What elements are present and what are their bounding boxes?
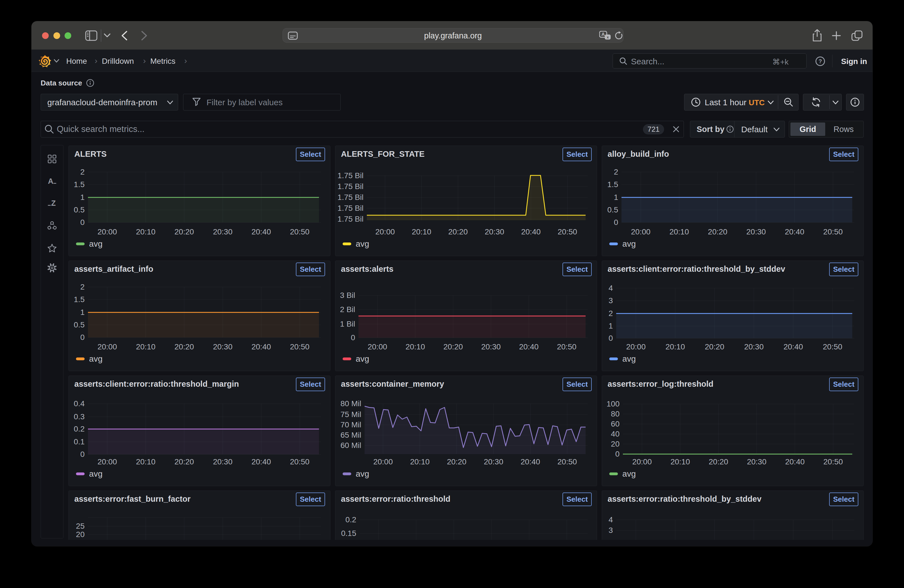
svg-text:20:10: 20:10 (136, 228, 155, 236)
svg-text:20: 20 (611, 439, 620, 448)
svg-text:20: 20 (76, 530, 85, 539)
svg-text:20:40: 20:40 (785, 457, 804, 466)
svg-text:20:00: 20:00 (97, 228, 117, 236)
svg-text:20:40: 20:40 (519, 343, 539, 351)
svg-text:avg: avg (89, 239, 103, 248)
svg-text:20:00: 20:00 (632, 457, 652, 466)
svg-text:60 Mil: 60 Mil (340, 441, 361, 450)
svg-text:0.3: 0.3 (74, 413, 85, 421)
svg-text:0: 0 (80, 450, 85, 458)
svg-text:20:30: 20:30 (484, 457, 503, 466)
svg-text:20:50: 20:50 (823, 343, 842, 351)
svg-text:0.5: 0.5 (74, 321, 85, 329)
svg-text:1.75 Bil: 1.75 Bil (338, 182, 363, 191)
svg-text:2 Bil: 2 Bil (340, 305, 355, 314)
svg-text:20:40: 20:40 (251, 457, 271, 466)
svg-text:avg: avg (622, 239, 636, 248)
svg-text:0.15: 0.15 (341, 529, 357, 537)
svg-text:20:20: 20:20 (174, 457, 194, 466)
svg-text:20:50: 20:50 (558, 228, 577, 236)
svg-text:20:20: 20:20 (174, 343, 194, 351)
svg-text:20:30: 20:30 (744, 343, 764, 351)
svg-text:avg: avg (89, 354, 103, 364)
svg-text:1: 1 (608, 322, 613, 330)
svg-text:avg: avg (356, 354, 369, 364)
svg-text:0: 0 (80, 218, 85, 227)
svg-text:avg: avg (622, 469, 636, 478)
svg-text:20:00: 20:00 (97, 343, 117, 351)
svg-text:20:40: 20:40 (251, 343, 271, 351)
svg-text:20:30: 20:30 (213, 228, 232, 236)
svg-text:2: 2 (614, 168, 618, 176)
svg-text:20:10: 20:10 (412, 228, 431, 236)
svg-text:20:20: 20:20 (705, 343, 724, 351)
svg-text:20:10: 20:10 (406, 343, 425, 351)
svg-text:20:00: 20:00 (375, 228, 395, 236)
svg-text:0: 0 (615, 450, 620, 458)
svg-text:20:40: 20:40 (521, 228, 541, 236)
svg-text:?: ? (819, 58, 822, 64)
svg-text:0: 0 (608, 334, 613, 343)
svg-text:0.5: 0.5 (607, 205, 618, 214)
svg-text:75 Mil: 75 Mil (340, 410, 361, 419)
svg-text:20:50: 20:50 (823, 457, 843, 466)
svg-text:20:10: 20:10 (136, 457, 155, 466)
svg-text:0.4: 0.4 (74, 399, 85, 408)
svg-text:20:10: 20:10 (136, 343, 155, 351)
svg-text:20:20: 20:20 (448, 228, 468, 236)
svg-text:A: A (601, 32, 605, 37)
svg-text:20:00: 20:00 (97, 457, 117, 466)
svg-text:60: 60 (611, 420, 620, 428)
svg-text:20:10: 20:10 (670, 457, 690, 466)
svg-text:1: 1 (80, 308, 85, 316)
svg-text:1.75 Bil: 1.75 Bil (338, 215, 363, 223)
svg-text:20:10: 20:10 (669, 228, 689, 236)
svg-text:x: x (607, 35, 609, 39)
svg-text:2: 2 (80, 283, 85, 291)
svg-text:20:30: 20:30 (213, 457, 232, 466)
svg-text:avg: avg (622, 354, 636, 364)
svg-text:Z: Z (51, 199, 56, 207)
svg-text:20:00: 20:00 (373, 457, 393, 466)
svg-text:1.75 Bil: 1.75 Bil (338, 171, 363, 180)
svg-text:avg: avg (356, 239, 369, 248)
svg-text:20:20: 20:20 (174, 228, 194, 236)
svg-text:avg: avg (89, 469, 103, 478)
svg-text:20:40: 20:40 (520, 457, 540, 466)
svg-text:1.5: 1.5 (607, 180, 618, 189)
svg-text:20:20: 20:20 (708, 228, 727, 236)
svg-text:4: 4 (608, 284, 613, 292)
svg-text:20:40: 20:40 (251, 228, 271, 236)
svg-text:A: A (48, 177, 54, 185)
svg-text:25: 25 (76, 522, 85, 530)
svg-text:1.5: 1.5 (74, 180, 85, 189)
svg-text:20:00: 20:00 (626, 343, 646, 351)
svg-text:40: 40 (611, 430, 620, 438)
svg-text:1: 1 (80, 193, 85, 202)
svg-text:20:50: 20:50 (823, 228, 843, 236)
svg-text:0: 0 (80, 333, 85, 341)
svg-text:20:20: 20:20 (443, 343, 463, 351)
svg-text:0.5: 0.5 (74, 205, 85, 214)
svg-text:1: 1 (614, 193, 618, 202)
svg-text:20:40: 20:40 (784, 343, 803, 351)
svg-text:4: 4 (608, 515, 613, 524)
svg-text:0.2: 0.2 (345, 515, 356, 524)
svg-text:20:40: 20:40 (785, 228, 804, 236)
svg-text:20:50: 20:50 (558, 457, 577, 466)
svg-text:20:50: 20:50 (290, 457, 310, 466)
svg-text:20:10: 20:10 (665, 343, 685, 351)
svg-text:20:50: 20:50 (290, 228, 310, 236)
svg-text:3: 3 (608, 296, 613, 305)
svg-text:20:10: 20:10 (410, 457, 430, 466)
svg-text:3: 3 (608, 526, 613, 534)
svg-text:80: 80 (611, 409, 620, 418)
svg-text:20:30: 20:30 (213, 343, 232, 351)
svg-text:avg: avg (356, 469, 369, 478)
svg-text:2: 2 (608, 309, 613, 318)
svg-text:3 Bil: 3 Bil (340, 291, 355, 300)
svg-text:100: 100 (607, 400, 620, 408)
svg-text:1.5: 1.5 (74, 295, 85, 304)
svg-text:2: 2 (80, 168, 85, 176)
svg-text:0.1: 0.1 (74, 437, 85, 446)
